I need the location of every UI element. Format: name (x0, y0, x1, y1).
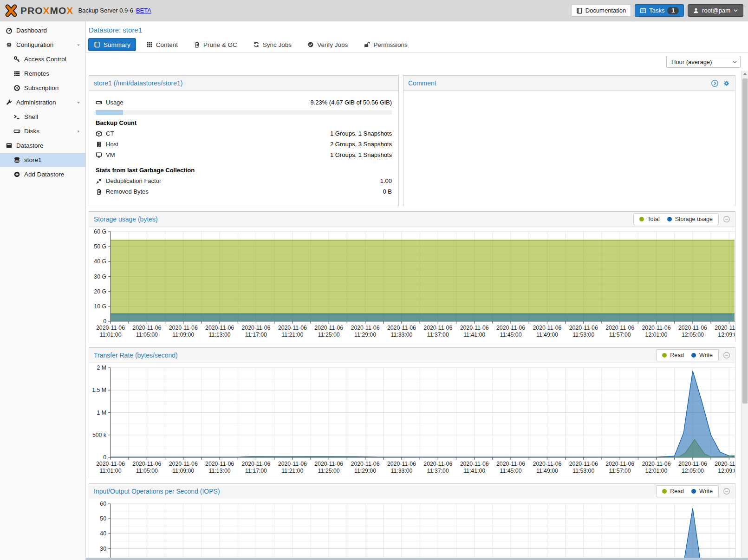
row-value: 0 B (383, 188, 392, 195)
collapse-chart-icon[interactable] (723, 488, 730, 495)
svg-text:11:45:00: 11:45:00 (500, 332, 522, 338)
sidebar-item-configuration[interactable]: Configuration (0, 38, 85, 52)
svg-text:10 G: 10 G (94, 303, 106, 310)
tab-label: Sync Jobs (263, 41, 292, 48)
svg-text:2020-11-06: 2020-11-06 (460, 461, 489, 467)
svg-text:1 M: 1 M (97, 410, 107, 416)
svg-text:500 k: 500 k (92, 432, 107, 438)
svg-text:2020-11-06: 2020-11-06 (241, 461, 270, 467)
sidebar-item-dashboard[interactable]: Dashboard (0, 23, 85, 38)
sidebar-item-disks[interactable]: Disks (0, 124, 85, 138)
sidebar-item-subscription[interactable]: Subscription (0, 81, 85, 95)
datastore-summary-panel: store1 (/mnt/datastores/store1) Usage9.2… (89, 75, 399, 206)
legend-item-read[interactable]: Read (662, 488, 684, 495)
sidebar-item-store1[interactable]: store1 (0, 153, 85, 167)
tasks-button[interactable]: Tasks 1 (635, 4, 684, 17)
svg-text:11:13:00: 11:13:00 (209, 332, 231, 338)
legend-item-write[interactable]: Write (691, 488, 713, 495)
svg-text:2020-11-06: 2020-11-06 (678, 325, 707, 331)
chart-title: Transfer Rate (bytes/second) (94, 352, 178, 359)
tab-content[interactable]: Content (141, 38, 183, 51)
tab-sync-jobs[interactable]: Sync Jobs (247, 38, 297, 51)
scroll-up-arrow-icon[interactable] (741, 71, 748, 78)
comment-panel-body[interactable] (403, 91, 735, 206)
legend-dot (691, 489, 696, 494)
time-range-select[interactable]: Hour (average) (666, 56, 741, 68)
svg-text:11:37:00: 11:37:00 (427, 468, 449, 474)
comment-panel-title: Comment (408, 79, 436, 87)
summary-panel-header: store1 (/mnt/datastores/store1) (89, 76, 398, 91)
bottom-edge (86, 558, 748, 560)
chart-legend: ReadWrite (656, 485, 719, 497)
user-menu-button[interactable]: root@pam (688, 4, 743, 17)
beta-link[interactable]: BETA (136, 7, 151, 14)
book-icon (576, 7, 583, 14)
chevron-down-icon (732, 59, 737, 65)
row-value: 1.00 (380, 177, 392, 184)
legend-dot (639, 217, 644, 221)
svg-text:11:05:00: 11:05:00 (136, 332, 158, 338)
sidebar-item-label: Datastore (16, 142, 44, 149)
svg-text:2020-11-06: 2020-11-06 (96, 325, 125, 331)
tab-summary[interactable]: Summary (88, 38, 136, 51)
svg-text:2020-11-06: 2020-11-06 (314, 461, 343, 467)
svg-text:11:33:00: 11:33:00 (390, 332, 412, 338)
sidebar-item-datastore[interactable]: Datastore (0, 138, 85, 153)
legend-item-write[interactable]: Write (691, 352, 713, 358)
svg-text:2020-11-06: 2020-11-06 (132, 325, 161, 331)
svg-text:11:05:00: 11:05:00 (136, 468, 158, 474)
documentation-button[interactable]: Documentation (571, 4, 631, 17)
svg-text:2020-11-06: 2020-11-06 (715, 325, 735, 331)
svg-text:2020-11-06: 2020-11-06 (169, 325, 198, 331)
collapse-chart-icon[interactable] (723, 352, 730, 359)
collapse-chart-icon[interactable] (723, 215, 730, 223)
legend-item-storage-usage[interactable]: Storage usage (667, 216, 713, 222)
sidebar-item-label: Shell (24, 113, 38, 120)
legend-item-total[interactable]: Total (639, 216, 659, 222)
sync-icon (253, 41, 260, 48)
database-icon (13, 156, 20, 163)
sidebar-item-add-datastore[interactable]: Add Datastore (0, 167, 85, 182)
legend-dot (667, 217, 672, 221)
svg-text:2020-11-06: 2020-11-06 (569, 461, 598, 467)
sidebar-item-label: store1 (24, 156, 42, 163)
legend-label: Total (647, 216, 659, 222)
svg-text:2020-11-06: 2020-11-06 (423, 325, 452, 331)
row-value: 1 Groups, 1 Snapshots (330, 130, 392, 137)
svg-text:2020-11-06: 2020-11-06 (460, 325, 489, 331)
sidebar-item-administration[interactable]: Administration (0, 95, 85, 110)
vertical-scrollbar[interactable] (741, 71, 748, 560)
svg-text:40 G: 40 G (94, 258, 106, 265)
svg-text:30: 30 (100, 546, 106, 552)
check-circle-icon (307, 41, 314, 48)
svg-text:2020-11-06: 2020-11-06 (605, 461, 634, 467)
row-value: 9.23% (4.67 GiB of 50.56 GiB) (310, 99, 392, 106)
documentation-label: Documentation (585, 7, 626, 14)
svg-text:11:29:00: 11:29:00 (354, 332, 376, 338)
tasks-label: Tasks (649, 7, 664, 14)
sidebar-item-remotes[interactable]: Remotes (0, 66, 85, 81)
app-header: PROXMOX Backup Server 0.9-6 BETA Documen… (0, 0, 748, 21)
gear-icon[interactable] (722, 79, 730, 87)
tab-prune-gc[interactable]: Prune & GC (188, 38, 243, 51)
svg-text:12:05:00: 12:05:00 (682, 468, 704, 474)
legend-item-read[interactable]: Read (662, 352, 684, 358)
sidebar-item-access-control[interactable]: Access Control (0, 52, 85, 66)
svg-text:11:41:00: 11:41:00 (463, 468, 485, 474)
tab-label: Permissions (373, 41, 408, 48)
svg-text:30 G: 30 G (94, 273, 106, 280)
legend-label: Write (699, 352, 713, 358)
sidebar-item-label: Remotes (24, 70, 49, 77)
tab-permissions[interactable]: Permissions (358, 38, 413, 51)
legend-dot (662, 489, 667, 494)
tab-verify-jobs[interactable]: Verify Jobs (302, 38, 353, 51)
svg-text:11:25:00: 11:25:00 (318, 468, 340, 474)
sidebar-item-label: Add Datastore (24, 171, 64, 178)
chevron-right-circle-icon[interactable] (711, 79, 719, 87)
gauge-icon (6, 27, 13, 34)
scrollbar-thumb[interactable] (742, 78, 748, 404)
sidebar-item-label: Configuration (16, 41, 53, 48)
gc-row-deduplication-factor: Deduplication Factor1.00 (96, 176, 392, 186)
sidebar-item-shell[interactable]: Shell (0, 110, 85, 124)
svg-text:11:41:00: 11:41:00 (463, 332, 485, 338)
